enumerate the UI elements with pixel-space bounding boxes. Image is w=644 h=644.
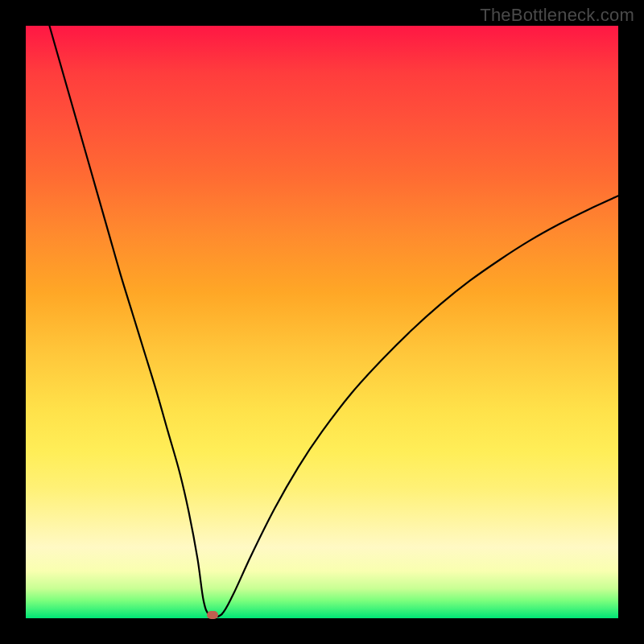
optimal-point-marker — [207, 611, 218, 619]
bottleneck-curve — [26, 26, 618, 618]
plot-area — [26, 26, 618, 618]
attribution-watermark: TheBottleneck.com — [480, 5, 634, 26]
chart-container: TheBottleneck.com — [0, 0, 644, 644]
